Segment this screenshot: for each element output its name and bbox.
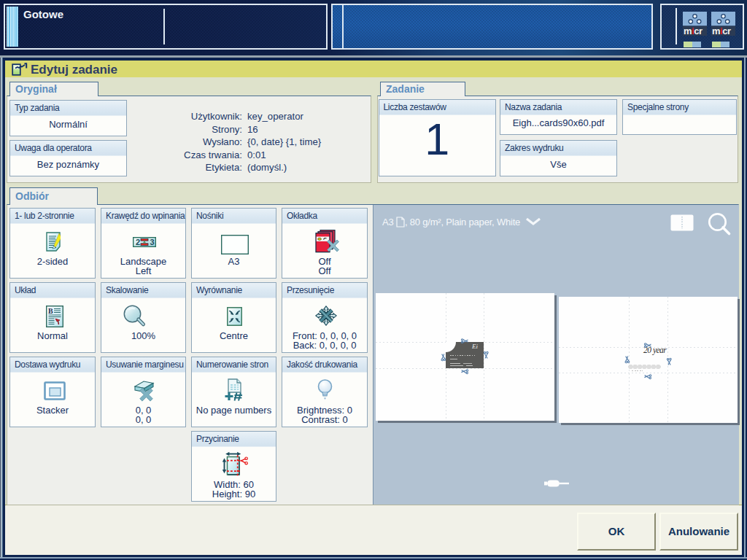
svg-text:micr: micr	[712, 26, 731, 36]
svg-text:2: 2	[136, 238, 140, 246]
svg-text:micr: micr	[684, 26, 703, 36]
svg-text:B: B	[48, 307, 53, 315]
svg-text:3: 3	[150, 238, 154, 246]
